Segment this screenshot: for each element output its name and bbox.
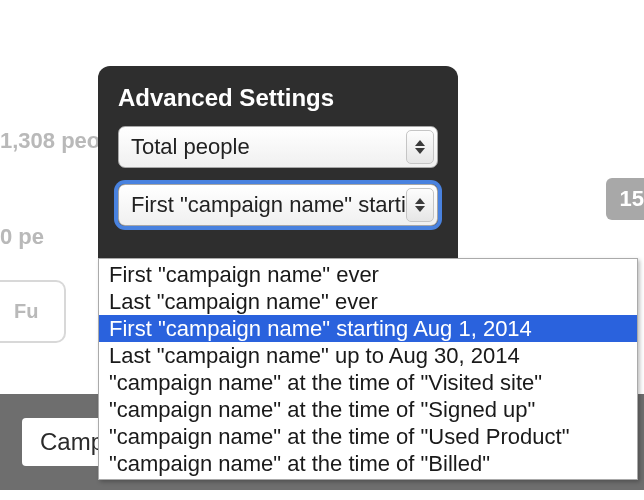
truncated-panel-label: Fu [14, 300, 38, 322]
dropdown-option[interactable]: "campaign name" at the time of "Billed" [99, 450, 637, 477]
select-stepper-icon [406, 130, 434, 164]
dropdown-option[interactable]: "campaign name" at the time of "Visited … [99, 369, 637, 396]
stat-people-1308: 1,308 peo [0, 128, 100, 154]
stat-people-0: 0 pe [0, 224, 44, 250]
select-value: First "campaign name" starting . [131, 192, 438, 218]
popover-title: Advanced Settings [118, 84, 438, 112]
campaign-name-select[interactable]: First "campaign name" starting . [118, 184, 438, 226]
total-people-select[interactable]: Total people [118, 126, 438, 168]
dropdown-option[interactable]: Last "campaign name" ever [99, 288, 637, 315]
dropdown-option[interactable]: First "campaign name" ever [99, 261, 637, 288]
select-stepper-icon [406, 188, 434, 222]
truncated-panel: Fu [0, 280, 66, 343]
campaign-name-dropdown[interactable]: First "campaign name" everLast "campaign… [98, 258, 638, 480]
count-badge: 15 [606, 178, 644, 220]
dropdown-option[interactable]: Last "campaign name" up to Aug 30, 2014 [99, 342, 637, 369]
dropdown-option[interactable]: First "campaign name" starting Aug 1, 20… [99, 315, 637, 342]
select-value: Total people [131, 134, 250, 160]
dropdown-option[interactable]: "campaign name" at the time of "Used Pro… [99, 423, 637, 450]
dropdown-option[interactable]: "campaign name" at the time of "Signed u… [99, 396, 637, 423]
